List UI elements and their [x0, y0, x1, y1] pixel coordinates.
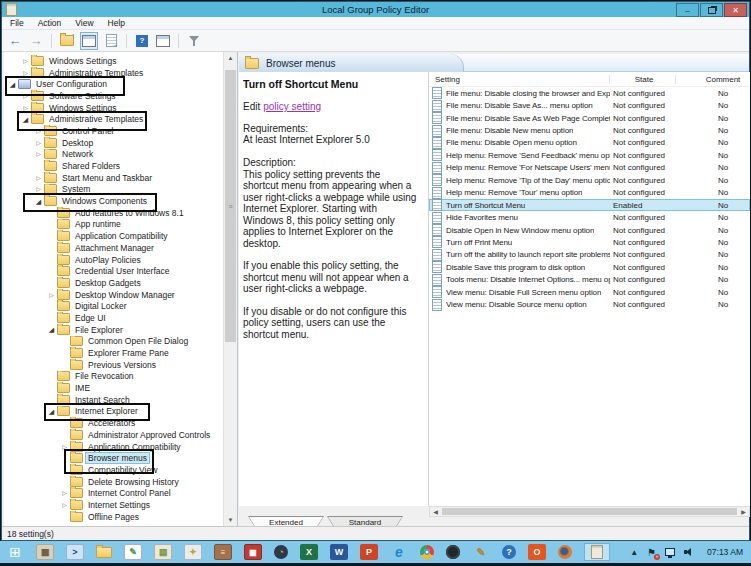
tree-item-label[interactable]: Instant Search	[73, 395, 132, 405]
taskbar-clock[interactable]: 07:13 AM	[707, 547, 743, 557]
up-one-level-icon[interactable]: ↑	[59, 33, 75, 49]
policy-row[interactable]: File menu: Disable New menu option Not c…	[429, 124, 750, 136]
tree-item-label[interactable]: Offline Pages	[86, 512, 141, 522]
media-player-icon[interactable]	[446, 545, 460, 559]
start-button[interactable]: ⊞	[6, 544, 24, 560]
tree-item[interactable]: Explorer Frame Pane	[4, 347, 222, 359]
tree-item-label[interactable]: Digital Locker	[73, 301, 129, 311]
tree-item[interactable]: Delete Browsing History	[4, 476, 222, 488]
policy-row[interactable]: File menu: Disable Save As... menu optio…	[429, 99, 750, 111]
list-horizontal-scrollbar[interactable]: ◀ ▶	[429, 506, 750, 517]
tree-item-label[interactable]: Previous Versions	[86, 360, 158, 370]
expander-icon[interactable]	[34, 151, 43, 157]
tree-item-label[interactable]: File Explorer	[73, 325, 125, 335]
policy-row[interactable]: Tools menu: Disable Internet Options... …	[429, 274, 750, 286]
back-icon[interactable]: ←	[7, 33, 23, 49]
tree-item[interactable]: Instant Search	[4, 394, 222, 406]
expander-icon[interactable]	[47, 408, 56, 415]
action-center-icon[interactable]: ⚑	[647, 547, 656, 558]
tree-item[interactable]: IME	[4, 382, 222, 394]
menu-file[interactable]: File	[10, 18, 24, 28]
expander-icon[interactable]	[21, 93, 30, 99]
tree-item-label[interactable]: System	[60, 184, 92, 194]
tree-item-label[interactable]: Internet Settings	[86, 500, 152, 510]
tree-item[interactable]: Digital Locker	[4, 300, 222, 312]
scroll-left-icon[interactable]: ◀	[430, 507, 441, 516]
tree-item[interactable]: Administrator Approved Controls	[4, 429, 222, 441]
tree-item[interactable]: Attachment Manager	[4, 242, 222, 254]
expander-icon[interactable]	[34, 175, 43, 181]
address-book-icon[interactable]: ≡	[214, 544, 232, 560]
column-header-setting[interactable]: Setting	[429, 75, 610, 84]
tree-item-label[interactable]: Windows Settings	[47, 103, 119, 113]
tree-item-label[interactable]: Explorer Frame Pane	[86, 348, 171, 358]
expander-icon[interactable]	[21, 70, 30, 76]
globe-icon[interactable]: ◔	[274, 545, 288, 559]
tree-item[interactable]: Windows Settings	[4, 55, 222, 67]
column-header-state[interactable]: State	[610, 75, 676, 84]
expander-icon[interactable]	[8, 81, 17, 88]
console-window-icon[interactable]	[155, 33, 171, 49]
policy-row[interactable]: Hide Favorites menu Not configured No	[429, 211, 750, 223]
tree-item[interactable]: File Revocation	[4, 371, 222, 383]
tree-item[interactable]: Administrative Templates	[4, 113, 222, 125]
tree-item[interactable]: Edge UI	[4, 312, 222, 324]
expander-icon[interactable]	[21, 116, 30, 123]
expander-icon[interactable]	[34, 198, 43, 205]
edit-policy-setting-link[interactable]: policy setting	[263, 101, 321, 112]
tree-item-label[interactable]: Delete Browsing History	[86, 477, 181, 487]
tree-item[interactable]: Browser menus	[4, 452, 222, 464]
outlook-icon[interactable]: O	[528, 544, 546, 560]
policy-row[interactable]: Turn off the ability to launch report si…	[429, 249, 750, 261]
tree-item[interactable]: Application Compatibility	[4, 441, 222, 453]
tree-item-label[interactable]: Attachment Manager	[73, 243, 156, 253]
tree-item-label[interactable]: Windows Settings	[47, 56, 119, 66]
tree-item-label[interactable]: Desktop Gadgets	[73, 278, 143, 288]
word-icon[interactable]: W	[330, 544, 348, 560]
tree-item-label[interactable]: Desktop	[60, 138, 95, 148]
expander-icon[interactable]	[34, 186, 43, 192]
tree-item-label[interactable]: Control Panel	[60, 126, 116, 136]
tree-scrollbar[interactable]: ▲ ≡ ▼	[223, 52, 237, 526]
tree-item[interactable]: Internet Explorer	[4, 406, 222, 418]
tree-item[interactable]: Administrative Templates	[4, 67, 222, 79]
admin-tools-icon[interactable]: ✦	[184, 544, 202, 560]
policy-row[interactable]: Turn off Print Menu Not configured No	[429, 236, 750, 248]
tree-item-label[interactable]: Edge UI	[73, 313, 108, 323]
expander-icon[interactable]	[60, 502, 69, 508]
tree-item[interactable]: Windows Components	[4, 195, 222, 207]
chrome-icon[interactable]	[420, 545, 434, 559]
policy-row[interactable]: View menu: Disable Source menu option No…	[429, 298, 750, 310]
policy-row[interactable]: Help menu: Remove 'Tour' menu option Not…	[429, 187, 750, 199]
expander-icon[interactable]	[60, 444, 69, 450]
tree-item-label[interactable]: Desktop Window Manager	[73, 290, 177, 300]
firefox-icon[interactable]	[558, 545, 572, 559]
menu-view[interactable]: View	[75, 18, 93, 28]
tree-item[interactable]: Offline Pages	[4, 511, 222, 523]
policy-row[interactable]: Help menu: Remove 'Tip of the Day' menu …	[429, 174, 750, 186]
pen-tool-icon[interactable]: ✎	[472, 544, 490, 560]
volume-icon[interactable]	[684, 547, 696, 557]
expander-icon[interactable]	[21, 105, 30, 111]
taskbar-active-local-group-policy-editor[interactable]	[584, 543, 610, 561]
tree-item[interactable]: Common Open File Dialog	[4, 336, 222, 348]
export-list-icon[interactable]: →	[103, 33, 119, 49]
minimize-button[interactable]: –	[676, 3, 699, 17]
tree-item[interactable]: Shared Folders	[4, 160, 222, 172]
policy-row[interactable]: File menu: Disable closing the browser a…	[429, 87, 750, 99]
tree-item-label[interactable]: Software Settings	[47, 91, 118, 101]
tree-item[interactable]: System	[4, 184, 222, 196]
policy-row[interactable]: Help menu: Remove 'For Netscape Users' m…	[429, 162, 750, 174]
tree-item-label[interactable]: Windows Components	[60, 196, 149, 206]
tree-item-label[interactable]: Administrative Templates	[47, 114, 145, 124]
tree-item-label[interactable]: Internet Control Panel	[86, 488, 173, 498]
expander-icon[interactable]	[60, 490, 69, 496]
expander-icon[interactable]	[34, 128, 43, 134]
internet-explorer-icon[interactable]: e	[390, 544, 408, 560]
tree-item-label[interactable]: Network	[60, 149, 95, 159]
policy-row[interactable]: Turn off Shortcut Menu Enabled No	[429, 199, 750, 211]
tree-item-label[interactable]: Internet Explorer	[73, 406, 140, 416]
tree-item[interactable]: Add features to Windows 8.1	[4, 207, 222, 219]
tree-item[interactable]: User Configuration	[4, 78, 222, 90]
restore-button[interactable]	[700, 3, 723, 17]
